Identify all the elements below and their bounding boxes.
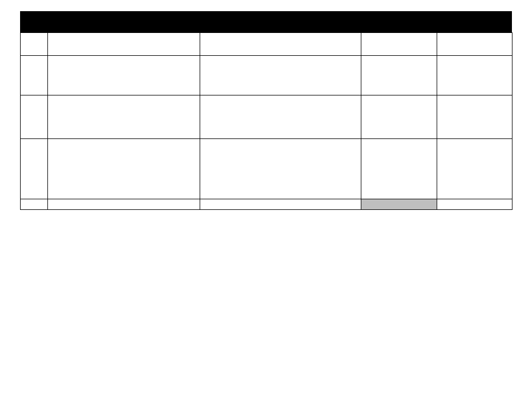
table-cell <box>361 56 437 95</box>
document-page <box>0 0 532 412</box>
table-cell <box>21 33 48 56</box>
table-cell <box>21 139 48 199</box>
header-bar <box>20 11 512 32</box>
table-cell <box>48 199 200 210</box>
table-cell <box>437 199 512 210</box>
table-cell <box>361 33 437 56</box>
table-cell <box>48 139 200 199</box>
table-cell <box>437 95 512 139</box>
table-cell <box>361 95 437 139</box>
table-cell-shaded <box>361 199 437 210</box>
table-row <box>21 199 512 210</box>
table-cell <box>21 95 48 139</box>
table-cell <box>48 33 200 56</box>
table-cell <box>200 33 361 56</box>
table-row <box>21 56 512 95</box>
table-cell <box>48 95 200 139</box>
table-cell <box>21 199 48 210</box>
table-cell <box>48 56 200 95</box>
table-row <box>21 139 512 199</box>
table-cell <box>21 56 48 95</box>
table-cell <box>361 139 437 199</box>
table-cell <box>200 139 361 199</box>
table-cell <box>437 56 512 95</box>
table-row <box>21 33 512 56</box>
table-cell <box>437 139 512 199</box>
table-cell <box>200 95 361 139</box>
table-cell <box>200 56 361 95</box>
table-cell <box>437 33 512 56</box>
table-row <box>21 95 512 139</box>
table-cell <box>200 199 361 210</box>
main-table <box>20 32 512 210</box>
